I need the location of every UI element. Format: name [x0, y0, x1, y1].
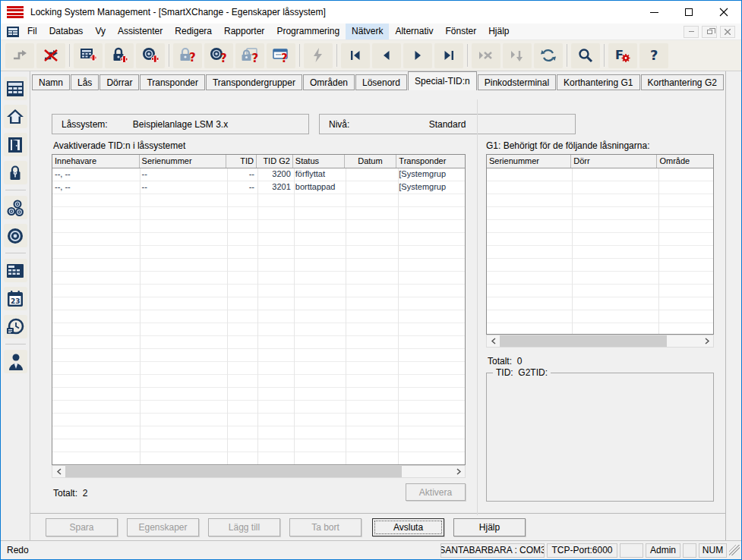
- read-window-button[interactable]: ?: [267, 43, 295, 68]
- flash-button[interactable]: [304, 43, 333, 68]
- scroll-right-icon[interactable]: [701, 335, 713, 347]
- nav-next-icon: [409, 46, 427, 64]
- col-serienummer-g1[interactable]: Serienummer: [487, 155, 571, 168]
- col-tid[interactable]: TID: [226, 155, 257, 168]
- table-row[interactable]: --, -- -- -- 3201 borttappad [Systemgrup: [52, 181, 465, 194]
- status-empty-segment: [620, 543, 643, 558]
- minimize-button[interactable]: [636, 1, 671, 24]
- menu-fonster[interactable]: Fönster: [439, 24, 482, 39]
- nav-prev-button[interactable]: [372, 43, 401, 68]
- filter-settings-button[interactable]: F: [608, 43, 637, 68]
- sidebar-lock-button[interactable]: [4, 161, 27, 184]
- mdi-close-button[interactable]: [720, 26, 735, 38]
- scroll-left-icon[interactable]: [52, 466, 65, 477]
- new-lock-button[interactable]: [105, 43, 134, 68]
- menu-vy[interactable]: Vy: [89, 24, 112, 39]
- menu-alternativ[interactable]: Alternativ: [389, 24, 439, 39]
- sidebar-matrix-button[interactable]: [4, 77, 27, 100]
- read-lock-button[interactable]: ?: [173, 43, 202, 68]
- col-datum[interactable]: Datum: [345, 155, 397, 168]
- scroll-thumb[interactable]: [500, 335, 667, 347]
- nav-skip-x-button[interactable]: [472, 43, 500, 68]
- tab-korthantering-g2[interactable]: Korthantering G2: [641, 74, 724, 90]
- col-status[interactable]: Status: [293, 155, 345, 168]
- col-tid-g2[interactable]: TID G2: [257, 155, 293, 168]
- tab-dorrar[interactable]: Dörrar: [99, 74, 139, 90]
- mdi-minimize-button[interactable]: [684, 26, 699, 38]
- read-lock-alt-button[interactable]: ?: [235, 43, 264, 68]
- menu-natverk[interactable]: Nätverk: [346, 24, 389, 39]
- egenskaper-button[interactable]: Egenskaper: [127, 518, 199, 536]
- tab-transponder[interactable]: Transponder: [140, 74, 205, 90]
- sync-arrow-button[interactable]: [5, 43, 34, 68]
- table-body-grid: [52, 168, 465, 464]
- sidebar-transponder-group-button[interactable]: [4, 196, 27, 219]
- g1-authorized-locks-table[interactable]: Serienummer Dörr Område: [486, 154, 714, 335]
- panel-divider: [477, 99, 478, 515]
- table-header-row[interactable]: Innehavare Serienummer TID TID G2 Status…: [52, 155, 465, 168]
- menu-fil[interactable]: Fil: [21, 24, 43, 39]
- mdi-restore-icon: [707, 30, 712, 34]
- new-locking-plan-button[interactable]: [74, 43, 103, 68]
- tab-namn[interactable]: Namn: [32, 74, 70, 90]
- tab-omraden[interactable]: Områden: [303, 74, 355, 90]
- col-innehavare[interactable]: Innehavare: [52, 155, 140, 168]
- sidebar-user-button[interactable]: [4, 350, 27, 373]
- tab-special-tidn[interactable]: Special-TID:n: [408, 71, 477, 90]
- mdi-restore-button[interactable]: [702, 26, 717, 38]
- ta-bort-button[interactable]: Ta bort: [289, 518, 362, 536]
- close-button[interactable]: [706, 1, 741, 24]
- nav-next-button[interactable]: [403, 43, 432, 68]
- mdi-document-icon: [6, 27, 20, 37]
- resize-grip[interactable]: [729, 545, 740, 555]
- tab-transpondergrupper[interactable]: Transpondergrupper: [206, 74, 302, 90]
- lagg-till-button[interactable]: Lägg till: [208, 518, 280, 536]
- title-bar: Locking System Management - [SmartXChang…: [1, 1, 741, 24]
- sidebar-door-button[interactable]: [4, 133, 27, 156]
- maximize-icon: [685, 8, 693, 16]
- left-table-hscrollbar[interactable]: [52, 465, 466, 478]
- col-transponder[interactable]: Transponder: [396, 155, 465, 168]
- scroll-thumb[interactable]: [65, 466, 402, 477]
- sidebar-time-log-button[interactable]: [4, 315, 27, 338]
- sidebar-calendar-button[interactable]: 23: [4, 287, 27, 310]
- hjalp-button[interactable]: Hjälp: [453, 518, 526, 536]
- refresh-button[interactable]: [534, 43, 563, 68]
- table-header-row[interactable]: Serienummer Dörr Område: [487, 155, 713, 168]
- sidebar-transponder-button[interactable]: [4, 224, 27, 247]
- new-transponder-button[interactable]: [136, 43, 165, 68]
- nav-skip-down-button[interactable]: [503, 43, 532, 68]
- menu-programmering[interactable]: Programmering: [270, 24, 346, 39]
- disconnect-button[interactable]: [36, 43, 65, 68]
- tab-pinkodsterminal[interactable]: Pinkodsterminal: [478, 74, 556, 90]
- menu-rapporter[interactable]: Rapporter: [218, 24, 270, 39]
- tab-korthantering-g1[interactable]: Korthantering G1: [557, 74, 639, 90]
- maximize-button[interactable]: [671, 1, 706, 24]
- scroll-right-icon[interactable]: [453, 466, 465, 477]
- sidebar-separator: [5, 253, 26, 253]
- tab-las[interactable]: Lås: [71, 74, 99, 90]
- sidebar-home-button[interactable]: [4, 105, 27, 128]
- col-dorr[interactable]: Dörr: [571, 155, 657, 168]
- menu-redigera[interactable]: Redigera: [169, 24, 218, 39]
- avsluta-button[interactable]: Avsluta: [372, 518, 444, 536]
- sidebar-list-matrix-button[interactable]: [4, 259, 27, 282]
- menu-databas[interactable]: Databas: [43, 24, 90, 39]
- nav-last-button[interactable]: [434, 43, 463, 68]
- right-table-hscrollbar[interactable]: [486, 335, 714, 348]
- toolbar-separator: [169, 44, 169, 67]
- nav-first-button[interactable]: [341, 43, 370, 68]
- help-button[interactable]: ?: [639, 43, 668, 68]
- menu-assistenter[interactable]: Assistenter: [112, 24, 169, 39]
- col-serienummer[interactable]: Serienummer: [140, 155, 227, 168]
- deactivated-tids-table[interactable]: Innehavare Serienummer TID TID G2 Status…: [52, 154, 466, 465]
- col-omrade[interactable]: Område: [657, 155, 713, 168]
- aktivera-button[interactable]: Aktivera: [406, 483, 466, 501]
- table-row[interactable]: --, -- -- -- 3200 förflyttat [Systemgrup: [52, 168, 465, 181]
- spara-button[interactable]: Spara: [46, 518, 118, 536]
- search-button[interactable]: [571, 43, 600, 68]
- scroll-left-icon[interactable]: [487, 335, 499, 347]
- tab-losenord[interactable]: Lösenord: [355, 74, 407, 90]
- read-transponder-button[interactable]: ?: [204, 43, 233, 68]
- menu-hjalp[interactable]: Hjälp: [482, 24, 515, 39]
